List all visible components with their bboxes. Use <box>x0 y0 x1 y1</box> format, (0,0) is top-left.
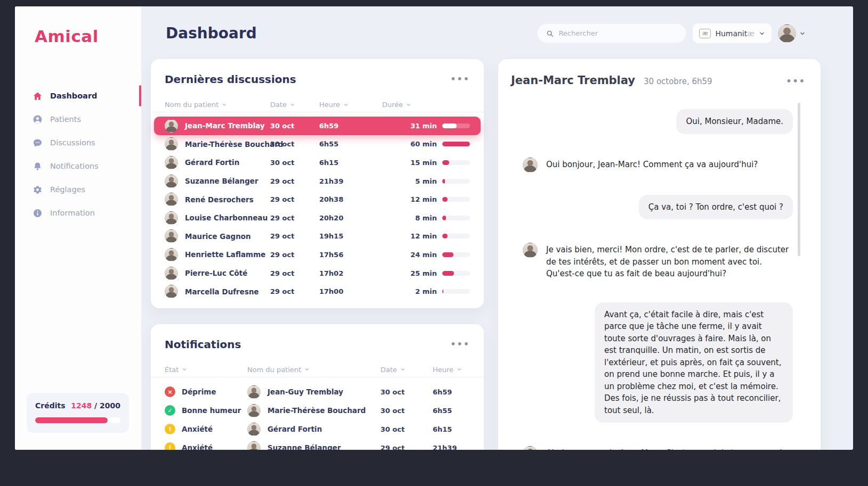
table-row[interactable]: Pierre-Luc Côté 29 oct 17h02 25 min <box>154 264 481 283</box>
more-icon[interactable]: ••• <box>786 77 806 86</box>
sidebar-item-information[interactable]: Information <box>15 201 141 225</box>
sidebar-item-dashboard[interactable]: Dashboard <box>15 84 141 108</box>
sidebar-item-patients[interactable]: Patients <box>15 108 141 131</box>
user-menu[interactable] <box>778 24 806 43</box>
status-icon: ! <box>165 424 175 434</box>
table-row[interactable]: Jean-Marc Tremblay 30 oct 6h59 31 min <box>154 117 481 135</box>
discussion-time: 6h15 <box>319 159 382 167</box>
notification-row[interactable]: ! Anxiété Suzanne Bélanger 29 oct 21h39 <box>154 439 481 450</box>
notifications-list: × Déprime Jean-Guy Tremblay 30 oct 6h59 <box>151 377 484 450</box>
discussion-time: 21h39 <box>319 177 382 185</box>
more-icon[interactable]: ••• <box>450 75 470 84</box>
patient-avatar <box>165 193 178 206</box>
duration-bar <box>442 271 470 276</box>
chat-card: Jean-Marc Tremblay 30 octobre, 6h59 ••• … <box>498 59 821 450</box>
table-row[interactable]: Maurice Gagnon 29 oct 19h15 12 min <box>154 227 481 246</box>
discussion-date: 30 oct <box>270 159 319 167</box>
table-row[interactable]: Henriette Laflamme 29 oct 17h56 24 min <box>154 245 481 264</box>
discussion-date: 29 oct <box>270 177 319 185</box>
credits-label: Crédits <box>35 401 66 410</box>
column-sort-heure[interactable]: Heure <box>433 366 470 374</box>
duration-bar <box>442 160 470 165</box>
discussion-date: 29 oct <box>270 232 319 240</box>
search-box[interactable] <box>537 23 686 43</box>
discussion-date: 29 oct <box>270 251 319 259</box>
chat-message: Avant ça, c'était facile à dire, mais c'… <box>523 302 793 423</box>
column-sort-heure[interactable]: Heure <box>319 101 382 109</box>
patient-name: René Desrochers <box>185 195 254 204</box>
duration-bar-fill <box>442 123 457 128</box>
sidebar-nav: Dashboard Patients Discussions <box>15 84 141 225</box>
patient-name: Marcella Dufresne <box>185 287 259 296</box>
discussions-list: Jean-Marc Tremblay 30 oct 6h59 31 min <box>151 112 484 308</box>
column-sort-etat[interactable]: État <box>165 366 247 374</box>
notification-row[interactable]: ! Anxiété Gérard Fortin 30 oct 6h15 <box>154 420 481 439</box>
discussion-date: 29 oct <box>270 287 319 295</box>
status-icon: × <box>165 386 175 397</box>
patient-name: Pierre-Luc Côté <box>185 269 247 277</box>
duration-bar-fill <box>442 271 454 276</box>
discussion-date: 29 oct <box>270 195 319 203</box>
discussion-duration: 60 min <box>410 140 437 148</box>
desktop-background: Amical Dashboard Patients <box>0 0 868 486</box>
info-icon <box>32 208 43 218</box>
patient-avatar <box>523 158 538 172</box>
patient-name: Henriette Laflamme <box>185 250 265 259</box>
column-sort-duree[interactable]: Durée <box>382 101 470 109</box>
discussions-column-headers: Nom du patient Date Heure Durée <box>151 97 484 112</box>
message-bubble: Ça va, toi ? Ton ordre, c'est quoi ? <box>639 195 793 220</box>
notification-time: 21h39 <box>433 444 470 450</box>
app-window: Amical Dashboard Patients <box>15 6 853 450</box>
discussion-duration: 31 min <box>410 122 437 130</box>
column-sort-date[interactable]: Date <box>270 101 319 109</box>
notification-row[interactable]: ✓ Bonne humeur Marie-Thérèse Bouchard 30… <box>154 401 481 420</box>
notification-date: 30 oct <box>380 388 433 396</box>
notification-time: 6h15 <box>433 425 470 433</box>
table-row[interactable]: Louise Charbonneau 29 oct 20h20 8 min <box>154 209 481 227</box>
table-row[interactable]: Marie-Thérèse Bouchard 30 oct 6h55 60 mi… <box>154 135 481 154</box>
chevron-down-icon <box>759 30 765 37</box>
table-row[interactable]: Gérard Fortin 30 oct 6h15 15 min <box>154 153 481 172</box>
sidebar-item-notifications[interactable]: Notifications <box>15 154 141 178</box>
duration-bar <box>442 142 470 146</box>
discussion-time: 19h15 <box>319 232 382 240</box>
patient-name: Maurice Gagnon <box>185 232 251 241</box>
discussion-duration: 12 min <box>410 232 437 240</box>
notification-time: 6h55 <box>433 407 470 415</box>
home-icon <box>32 90 43 101</box>
patient-avatar <box>165 267 178 280</box>
column-sort-nom[interactable]: Nom du patient <box>165 101 270 109</box>
search-input[interactable] <box>558 29 677 37</box>
discussions-title: Dernières discussions <box>165 73 296 86</box>
org-selector[interactable]: æ Humanitæ <box>693 23 772 43</box>
notification-time: 6h59 <box>433 388 470 396</box>
discussion-duration: 2 min <box>415 287 437 295</box>
chat-message: Je vais bien, merci! Mon ordre, c'est de… <box>523 242 793 280</box>
duration-bar <box>442 179 470 184</box>
org-name: Humanitæ <box>715 29 755 38</box>
discussion-date: 30 oct <box>270 122 319 130</box>
credits-card: Crédits 1248 / 2000 <box>27 393 129 433</box>
sidebar-item-discussions[interactable]: Discussions <box>15 131 141 154</box>
patient-name: Jean-Marc Tremblay <box>185 121 265 130</box>
notification-row[interactable]: × Déprime Jean-Guy Tremblay 30 oct 6h59 <box>154 383 481 401</box>
chat-scrollbar[interactable] <box>798 103 800 256</box>
sidebar-item-reglages[interactable]: Réglages <box>15 178 141 201</box>
more-icon[interactable]: ••• <box>450 340 470 349</box>
discussion-duration: 15 min <box>410 159 437 167</box>
table-row[interactable]: René Desrochers 29 oct 20h38 12 min <box>154 190 481 209</box>
discussion-time: 6h55 <box>319 140 382 148</box>
patient-avatar <box>165 285 178 298</box>
table-row[interactable]: Marcella Dufresne 29 oct 17h00 2 min <box>154 282 481 301</box>
discussion-time: 6h59 <box>319 122 382 130</box>
column-sort-nom[interactable]: Nom du patient <box>247 366 380 374</box>
chat-message: Ah, je comprends, Jean-Marc. C'est norma… <box>523 445 793 450</box>
message-bubble: Avant ça, c'était facile à dire, mais c'… <box>595 302 793 423</box>
table-row[interactable]: Suzanne Bélanger 29 oct 21h39 5 min <box>154 172 481 191</box>
chat-icon <box>32 137 43 148</box>
sidebar-item-label: Patients <box>50 115 81 123</box>
duration-bar <box>442 197 470 202</box>
patient-avatar <box>523 243 538 258</box>
status-label: Déprime <box>182 388 216 396</box>
column-sort-date[interactable]: Date <box>380 366 433 374</box>
